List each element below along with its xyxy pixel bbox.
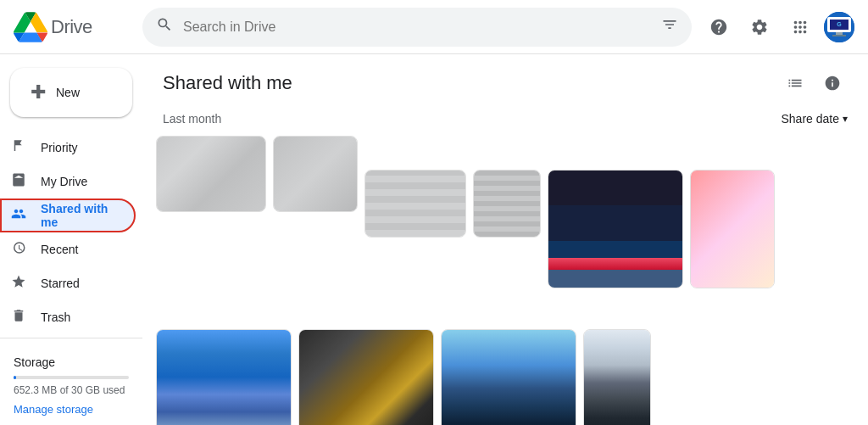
storage-bar-background <box>14 376 129 379</box>
trash-icon <box>10 308 27 327</box>
sidebar: ✚ New Priority My Drive <box>0 54 142 425</box>
search-icon <box>156 16 173 37</box>
sort-label: Share date <box>782 112 840 126</box>
thumbnail <box>548 171 682 288</box>
list-item[interactable] <box>364 170 466 238</box>
sidebar-divider <box>0 338 142 338</box>
page-title: Shared with me <box>163 72 292 94</box>
topbar: Drive <box>0 0 868 54</box>
sidebar-item-starred[interactable]: Starred <box>0 266 136 300</box>
drive-logo-icon <box>14 10 47 44</box>
sidebar-item-trash[interactable]: Trash <box>0 300 136 334</box>
sidebar-item-shared-with-me[interactable]: Shared with me <box>0 199 136 232</box>
my-drive-icon <box>10 172 27 192</box>
list-item[interactable] <box>473 170 541 238</box>
settings-button[interactable] <box>743 10 776 44</box>
avatar-image: G <box>824 12 854 42</box>
list-item[interactable] <box>156 329 292 425</box>
content-area: Shared with me Last month Share date ▾ <box>142 54 868 425</box>
starred-icon <box>10 274 27 294</box>
sidebar-item-priority[interactable]: Priority <box>0 131 136 165</box>
list-item[interactable] <box>548 170 683 288</box>
manage-storage-link[interactable]: Manage storage <box>14 403 93 416</box>
thumbnail <box>584 330 650 425</box>
header-actions <box>780 68 848 98</box>
info-button[interactable] <box>817 68 848 98</box>
list-item[interactable] <box>690 170 775 288</box>
list-item[interactable] <box>273 136 358 212</box>
logo-area: Drive <box>14 10 132 44</box>
priority-icon <box>10 138 27 158</box>
section-label: Last month <box>163 112 221 126</box>
storage-section: Storage 652.3 MB of 30 GB used Manage st… <box>0 345 142 425</box>
file-grid <box>142 129 868 425</box>
share-date-sort[interactable]: Share date ▾ <box>782 112 849 126</box>
storage-bar-fill <box>14 376 16 379</box>
recent-icon <box>10 240 27 260</box>
thumbnail <box>691 171 774 288</box>
sidebar-item-priority-label: Priority <box>41 141 78 154</box>
sidebar-item-my-drive-label: My Drive <box>41 175 87 188</box>
new-button[interactable]: ✚ New <box>10 68 132 117</box>
new-button-label: New <box>56 86 80 99</box>
thumbnail <box>474 171 540 237</box>
apps-button[interactable] <box>783 10 817 44</box>
search-input[interactable] <box>183 20 651 35</box>
thumbnail <box>442 330 576 425</box>
list-item[interactable] <box>583 329 651 425</box>
sidebar-item-recent-label: Recent <box>41 243 78 256</box>
thumbnail <box>365 171 465 237</box>
thumbnail <box>157 330 291 425</box>
filter-icon[interactable] <box>661 16 678 37</box>
sort-arrow-icon: ▾ <box>843 113 848 125</box>
logo-text: Drive <box>51 16 92 38</box>
svg-rect-4 <box>836 32 843 35</box>
help-button[interactable] <box>702 10 736 44</box>
list-item[interactable] <box>156 136 266 212</box>
list-view-button[interactable] <box>780 68 810 98</box>
svg-rect-5 <box>832 35 846 36</box>
section-label-row: Last month Share date ▾ <box>142 105 868 129</box>
main-layout: ✚ New Priority My Drive <box>0 54 868 425</box>
storage-label: Storage <box>14 355 129 369</box>
thumbnail <box>157 137 265 211</box>
sidebar-item-my-drive[interactable]: My Drive <box>0 165 136 199</box>
sidebar-item-starred-label: Starred <box>41 277 80 290</box>
thumbnail <box>274 137 357 211</box>
search-bar[interactable] <box>142 8 692 47</box>
thumbnail <box>299 330 433 425</box>
avatar[interactable]: G <box>824 12 854 42</box>
svg-text:G: G <box>837 21 842 27</box>
storage-used-label: 652.3 MB of 30 GB used <box>14 384 129 396</box>
plus-icon: ✚ <box>31 83 46 102</box>
topbar-actions: G <box>702 10 854 44</box>
list-item[interactable] <box>441 329 576 425</box>
sidebar-item-trash-label: Trash <box>41 310 70 324</box>
sidebar-item-shared-with-me-label: Shared with me <box>41 202 125 229</box>
sidebar-item-recent[interactable]: Recent <box>0 232 136 266</box>
shared-with-me-icon <box>10 206 27 226</box>
list-item[interactable] <box>298 329 434 425</box>
content-header: Shared with me <box>142 54 868 105</box>
